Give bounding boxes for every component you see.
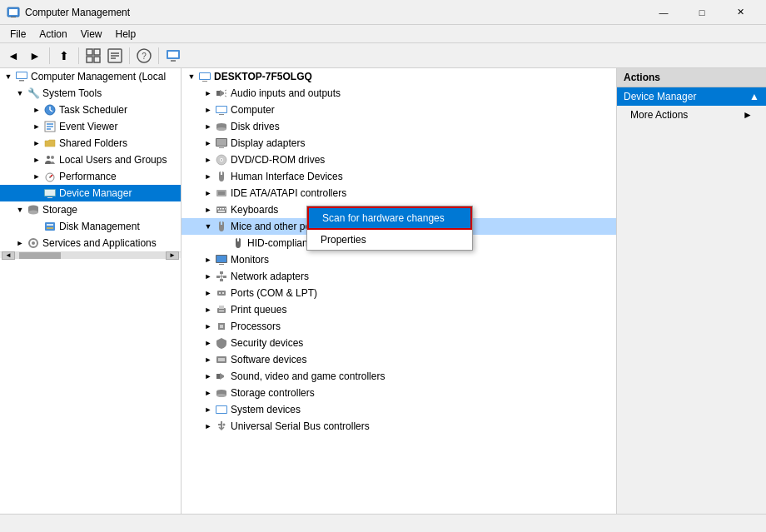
tree-shared-folders[interactable]: ► Shared Folders (0, 135, 181, 152)
expand-processors[interactable]: ► (201, 320, 215, 333)
expand-task-scheduler[interactable]: ► (30, 103, 43, 117)
expand-network[interactable]: ► (201, 270, 215, 283)
device-hid[interactable]: ► Human Interface Devices (182, 168, 616, 185)
expand-computer[interactable]: ► (201, 103, 215, 117)
tree-shared-folders-label: Shared Folders (59, 137, 127, 149)
expand-mice[interactable]: ▼ (201, 220, 215, 233)
svg-text:?: ? (142, 52, 147, 61)
device-monitors[interactable]: ► Monitors (182, 251, 616, 268)
expand-shared-folders[interactable]: ► (30, 137, 43, 150)
tree-task-scheduler[interactable]: ► Task Scheduler (0, 102, 181, 118)
tree-disk-management[interactable]: Disk Management (0, 218, 181, 235)
action-more-actions[interactable]: More Actions ► (617, 106, 766, 124)
menu-help[interactable]: Help (109, 27, 143, 42)
device-software-label: Software devices (231, 354, 306, 365)
more-actions-label: More Actions (630, 109, 688, 121)
left-panel-scrollbar[interactable]: ◄ ► (0, 251, 181, 258)
svg-line-47 (225, 90, 226, 91)
device-usb[interactable]: ► Universal Serial Bus controllers (182, 418, 616, 435)
close-button[interactable]: ✕ (721, 0, 759, 25)
scroll-thumb[interactable] (19, 252, 61, 259)
expand-root[interactable]: ▼ (2, 70, 15, 83)
device-processors-label: Processors (231, 321, 281, 332)
toolbar-back[interactable]: ◄ (3, 46, 23, 66)
expand-services[interactable]: ► (13, 236, 27, 250)
context-menu-scan[interactable]: Scan for hardware changes (307, 206, 472, 230)
dvd-icon (215, 153, 228, 167)
toolbar-show-hide[interactable] (83, 46, 103, 66)
device-security[interactable]: ► Security devices (182, 335, 616, 351)
expand-display[interactable]: ► (201, 137, 215, 150)
device-ide[interactable]: ► IDE ATA/ATAPI controllers (182, 185, 616, 201)
menu-view[interactable]: View (74, 27, 109, 42)
expand-sound[interactable]: ► (201, 370, 215, 383)
device-print[interactable]: ► Print queues (182, 301, 616, 318)
action-section-device-manager[interactable]: Device Manager ▲ (617, 87, 766, 106)
expand-storage-controllers[interactable]: ► (201, 386, 215, 400)
expand-dvd[interactable]: ► (201, 153, 215, 167)
toolbar-help[interactable]: ? (134, 46, 154, 66)
maximize-button[interactable]: □ (683, 0, 721, 25)
device-display[interactable]: ► Display adapters (182, 135, 616, 152)
tree-system-tools[interactable]: ▼ 🔧 System Tools (0, 85, 181, 102)
toolbar-computer[interactable] (163, 46, 183, 66)
expand-performance[interactable]: ► (30, 170, 43, 183)
device-root[interactable]: ▼ DESKTOP-7F5OLGQ (182, 68, 616, 85)
expand-system[interactable]: ► (201, 403, 215, 416)
expand-disk-drives[interactable]: ► (201, 120, 215, 133)
expand-event-viewer[interactable]: ► (30, 120, 43, 133)
tree-services[interactable]: ► Services and Applications (0, 235, 181, 251)
device-disk-drives[interactable]: ► Disk drives (182, 118, 616, 135)
device-dvd[interactable]: ► DVD/CD-ROM drives (182, 152, 616, 168)
expand-system-tools[interactable]: ▼ (13, 87, 27, 100)
device-computer[interactable]: ► Computer (182, 102, 616, 118)
tree-root[interactable]: ▼ Computer Management (Local (0, 68, 181, 85)
tree-storage[interactable]: ▼ Storage (0, 201, 181, 218)
expand-keyboards[interactable]: ► (201, 203, 215, 216)
context-menu-properties[interactable]: Properties (307, 230, 472, 250)
tree-local-users[interactable]: ► Local Users and Groups (0, 152, 181, 168)
scroll-track[interactable] (15, 252, 166, 259)
expand-storage[interactable]: ▼ (13, 203, 27, 216)
expand-local-users[interactable]: ► (30, 153, 43, 167)
computer-icon (15, 70, 28, 83)
device-audio[interactable]: ► Audio inputs and outputs (182, 85, 616, 102)
device-sound[interactable]: ► Sound, video and game controllers (182, 368, 616, 385)
svg-rect-2 (11, 17, 16, 17)
scroll-right-btn[interactable]: ► (166, 251, 179, 260)
expand-print[interactable]: ► (201, 303, 215, 316)
expand-security[interactable]: ► (201, 336, 215, 350)
device-network[interactable]: ► Network adapters (182, 268, 616, 285)
expand-device-manager[interactable] (30, 186, 43, 200)
expand-usb[interactable]: ► (201, 420, 215, 433)
expand-ports[interactable]: ► (201, 286, 215, 300)
expand-disk-management[interactable] (30, 220, 43, 233)
window-controls[interactable]: — □ ✕ (644, 0, 759, 25)
expand-audio[interactable]: ► (201, 87, 215, 100)
expand-ide[interactable]: ► (201, 186, 215, 200)
expand-hid-mouse[interactable] (218, 236, 231, 250)
expand-monitors[interactable]: ► (201, 253, 215, 266)
device-ports[interactable]: ► Ports (COM & LPT) (182, 285, 616, 301)
tree-performance[interactable]: ► Performance (0, 168, 181, 185)
toolbar-forward[interactable]: ► (25, 46, 45, 66)
tree-event-viewer[interactable]: ► Event Viewer (0, 118, 181, 135)
performance-icon (43, 170, 57, 183)
menu-file[interactable]: File (3, 27, 32, 42)
device-root-label: DESKTOP-7F5OLGQ (214, 71, 312, 82)
minimize-button[interactable]: — (644, 0, 683, 25)
menu-action[interactable]: Action (32, 27, 73, 42)
expand-hid[interactable]: ► (201, 170, 215, 183)
tree-device-manager[interactable]: Device Manager (0, 185, 181, 201)
toolbar-properties[interactable] (105, 46, 125, 66)
scroll-left-btn[interactable]: ◄ (2, 251, 15, 260)
device-software[interactable]: ► Software devices (182, 351, 616, 368)
toolbar-up[interactable]: ⬆ (54, 46, 74, 66)
device-processors[interactable]: ► Processors (182, 318, 616, 335)
expand-software[interactable]: ► (201, 353, 215, 366)
device-system[interactable]: ► System devices (182, 401, 616, 418)
expand-device-root[interactable]: ▼ (185, 70, 198, 83)
svg-rect-51 (216, 107, 226, 112)
device-storage-controllers[interactable]: ► Storage controllers (182, 385, 616, 401)
svg-marker-91 (220, 373, 224, 380)
